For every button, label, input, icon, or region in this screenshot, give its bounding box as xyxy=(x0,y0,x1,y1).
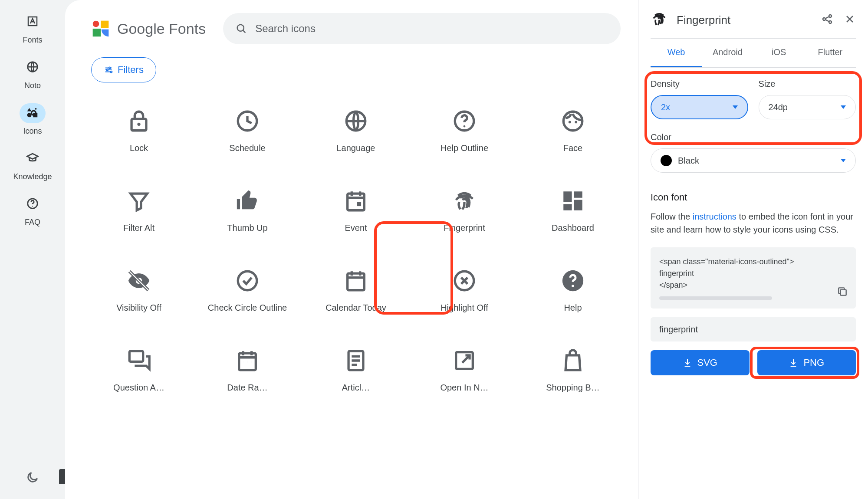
svg-rect-29 xyxy=(348,273,365,290)
density-select[interactable]: 2x xyxy=(651,95,748,119)
icon-cell-article[interactable]: Articl… xyxy=(308,348,404,393)
icon-cell-calendar-today[interactable]: Calendar Today xyxy=(308,268,404,313)
svg-point-5 xyxy=(32,206,33,207)
svg-point-20 xyxy=(575,121,577,124)
nav-label: FAQ xyxy=(25,218,40,227)
nav-label: Noto xyxy=(24,81,41,90)
logo[interactable]: Google Fonts xyxy=(91,19,206,38)
code-snippet[interactable]: <span class="material-icons-outlined"> f… xyxy=(651,247,856,309)
lock-icon xyxy=(126,108,151,134)
code-scrollbar[interactable] xyxy=(659,296,772,300)
graduation-icon xyxy=(26,151,39,166)
icon-cell-visibility-off[interactable]: Visibility Off xyxy=(91,268,187,313)
filter-alt-icon xyxy=(126,188,151,213)
thumb-up-icon xyxy=(235,188,260,213)
iconfont-text: Follow the instructions to embed the ico… xyxy=(651,210,856,236)
main-panel: Google Fonts Search icons Filters Lock S… xyxy=(65,0,638,499)
event-icon xyxy=(343,188,368,213)
icon-cell-thumb-up[interactable]: Thumb Up xyxy=(200,188,295,233)
icon-cell-face[interactable]: Face xyxy=(525,108,621,154)
icon-cell-lock[interactable]: Lock xyxy=(91,108,187,154)
download-svg-button[interactable]: SVG xyxy=(651,350,750,375)
svg-point-10 xyxy=(106,69,108,71)
shapes-icon xyxy=(26,106,39,121)
icon-cell-fingerprint[interactable]: Fingerprint xyxy=(417,188,512,233)
share-icon[interactable] xyxy=(821,13,833,27)
dashboard-icon xyxy=(560,188,585,213)
visibility-off-icon xyxy=(126,268,151,293)
chevron-down-icon xyxy=(733,105,738,109)
svg-rect-26 xyxy=(574,200,582,210)
search-input[interactable]: Search icons xyxy=(223,13,621,44)
icon-cell-open-in-new[interactable]: Open In N… xyxy=(417,348,512,393)
icon-cell-event[interactable]: Event xyxy=(308,188,404,233)
brand-suffix: Fonts xyxy=(169,20,206,37)
fingerprint-icon xyxy=(651,10,668,30)
check-circle-outline-icon xyxy=(235,268,260,293)
size-select[interactable]: 24dp xyxy=(759,95,856,119)
svg-rect-23 xyxy=(563,191,572,202)
icon-grid: Lock Schedule Language Help Outline Face… xyxy=(91,108,621,393)
svg-rect-21 xyxy=(348,194,365,210)
platform-tabs: Web Android iOS Flutter xyxy=(651,39,856,68)
nav-item-faq[interactable]: FAQ xyxy=(0,194,65,227)
icon-cell-qa[interactable]: Question A… xyxy=(91,348,187,393)
tab-android[interactable]: Android xyxy=(702,39,753,67)
size-label: Size xyxy=(759,79,856,89)
icon-cell-shopping-bag[interactable]: Shopping B… xyxy=(525,348,621,393)
nav-item-fonts[interactable]: Fonts xyxy=(0,12,65,45)
help-icon xyxy=(26,197,39,212)
date-range-icon xyxy=(235,348,260,373)
color-label: Color xyxy=(651,132,671,142)
dark-mode-icon[interactable] xyxy=(26,470,39,486)
svg-rect-22 xyxy=(357,202,361,206)
nav-label: Knowledge xyxy=(13,172,52,181)
detail-panel: Fingerprint Web Android iOS Flutter Dens… xyxy=(638,0,868,499)
nav-label: Fonts xyxy=(23,36,42,45)
filters-button[interactable]: Filters xyxy=(91,57,156,82)
icon-cell-schedule[interactable]: Schedule xyxy=(200,108,295,154)
chevron-down-icon xyxy=(841,105,846,109)
language-icon xyxy=(343,108,368,134)
density-label: Density xyxy=(651,79,748,89)
shopping-bag-icon xyxy=(560,348,585,373)
globe-icon xyxy=(26,60,39,75)
svg-point-6 xyxy=(93,21,99,27)
svg-rect-25 xyxy=(563,204,572,210)
copy-icon[interactable] xyxy=(837,286,848,301)
icon-cell-dashboard[interactable]: Dashboard xyxy=(525,188,621,233)
chevron-down-icon xyxy=(841,159,846,162)
download-icon xyxy=(683,358,692,368)
brand-name: Google xyxy=(117,20,165,37)
icon-cell-language[interactable]: Language xyxy=(308,108,404,154)
nav-item-knowledge[interactable]: Knowledge xyxy=(0,149,65,181)
icon-cell-help[interactable]: Help xyxy=(525,268,621,313)
search-icon xyxy=(235,23,247,35)
icon-cell-help-outline[interactable]: Help Outline xyxy=(417,108,512,154)
svg-point-9 xyxy=(109,67,111,69)
help-outline-icon xyxy=(452,108,477,134)
icon-name-box[interactable]: fingerprint xyxy=(651,317,856,341)
icon-cell-check-circle[interactable]: Check Circle Outline xyxy=(200,268,295,313)
font-icon xyxy=(26,15,39,30)
iconfont-heading: Icon font xyxy=(651,192,856,203)
svg-point-19 xyxy=(569,121,571,124)
instructions-link[interactable]: instructions xyxy=(693,212,736,221)
nav-item-icons[interactable]: Icons xyxy=(0,103,65,136)
color-select[interactable]: Black xyxy=(651,148,856,173)
tab-web[interactable]: Web xyxy=(651,39,702,67)
close-icon[interactable] xyxy=(844,13,856,27)
fingerprint-icon xyxy=(452,188,477,213)
tab-flutter[interactable]: Flutter xyxy=(805,39,856,67)
svg-rect-7 xyxy=(101,21,108,28)
icon-cell-filter-alt[interactable]: Filter Alt xyxy=(91,188,187,233)
tab-ios[interactable]: iOS xyxy=(753,39,805,67)
help-filled-icon xyxy=(560,268,585,293)
open-in-new-icon xyxy=(452,348,477,373)
icon-cell-date-range[interactable]: Date Ra… xyxy=(200,348,295,393)
nav-item-noto[interactable]: Noto xyxy=(0,58,65,90)
search-placeholder: Search icons xyxy=(255,23,316,35)
highlight-png xyxy=(750,347,859,379)
icon-cell-highlight-off[interactable]: Highlight Off xyxy=(417,268,512,313)
tune-icon xyxy=(104,65,113,75)
